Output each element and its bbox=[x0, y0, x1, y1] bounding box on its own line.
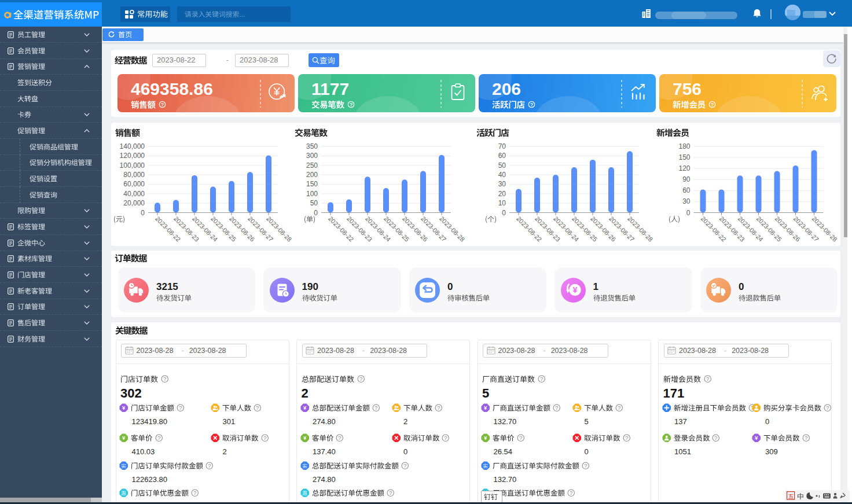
svg-text:10: 10 bbox=[498, 199, 506, 207]
svg-text:?: ? bbox=[530, 101, 534, 108]
svg-text:?: ? bbox=[338, 435, 341, 441]
svg-text:?: ? bbox=[157, 435, 161, 441]
svg-text:?: ? bbox=[540, 376, 543, 382]
svg-text:?: ? bbox=[350, 101, 353, 108]
svg-text:?: ? bbox=[389, 490, 392, 496]
svg-text:?: ? bbox=[263, 435, 267, 441]
svg-text:30: 30 bbox=[498, 180, 506, 188]
svg-text:350: 350 bbox=[306, 142, 318, 150]
svg-text:?: ? bbox=[256, 404, 259, 411]
svg-text:?: ? bbox=[714, 435, 718, 441]
svg-text:200: 200 bbox=[306, 171, 318, 179]
svg-text:¥: ¥ bbox=[303, 435, 307, 441]
svg-text:50: 50 bbox=[498, 161, 506, 170]
svg-text:60: 60 bbox=[498, 152, 506, 160]
svg-text:?: ? bbox=[625, 435, 629, 441]
svg-text:¥: ¥ bbox=[303, 405, 307, 411]
svg-text:20: 20 bbox=[498, 190, 506, 198]
svg-text:?: ? bbox=[584, 462, 587, 469]
svg-text:?: ? bbox=[555, 404, 559, 411]
svg-text:¥: ¥ bbox=[484, 435, 487, 441]
svg-text:?: ? bbox=[711, 101, 714, 108]
svg-text:0: 0 bbox=[141, 209, 145, 217]
svg-text:?: ? bbox=[805, 435, 808, 441]
svg-text:?: ? bbox=[826, 404, 829, 411]
svg-text:?: ? bbox=[179, 404, 182, 411]
svg-text:?: ? bbox=[374, 404, 378, 411]
svg-text:250: 250 bbox=[306, 161, 318, 170]
svg-text:¥: ¥ bbox=[122, 405, 126, 411]
svg-text:?: ? bbox=[359, 376, 363, 382]
svg-text:100: 100 bbox=[306, 190, 318, 198]
svg-text:0: 0 bbox=[686, 209, 691, 217]
svg-text:100,000: 100,000 bbox=[120, 161, 145, 170]
svg-text:60,000: 60,000 bbox=[123, 180, 145, 188]
svg-text:150: 150 bbox=[306, 180, 318, 188]
svg-text:¥: ¥ bbox=[755, 435, 758, 441]
svg-text:90: 90 bbox=[682, 175, 691, 183]
svg-text:60: 60 bbox=[682, 186, 691, 194]
svg-text:40: 40 bbox=[498, 171, 506, 179]
svg-text:140,000: 140,000 bbox=[120, 142, 145, 150]
svg-text:300: 300 bbox=[306, 152, 318, 160]
svg-text:?: ? bbox=[163, 376, 167, 382]
svg-text:?: ? bbox=[161, 101, 164, 108]
svg-text:?: ? bbox=[570, 490, 573, 496]
svg-text:0: 0 bbox=[314, 209, 318, 217]
svg-text:120: 120 bbox=[678, 164, 690, 172]
svg-text:?: ? bbox=[519, 435, 523, 441]
svg-text:0: 0 bbox=[502, 209, 506, 217]
svg-text:¥: ¥ bbox=[572, 285, 577, 295]
svg-text:?: ? bbox=[208, 462, 211, 469]
svg-text:180: 180 bbox=[678, 142, 690, 150]
svg-text:?: ? bbox=[618, 404, 621, 411]
svg-text:?: ? bbox=[437, 404, 440, 411]
svg-text:40,000: 40,000 bbox=[123, 190, 145, 198]
svg-text:20,000: 20,000 bbox=[123, 199, 145, 207]
svg-text:¥: ¥ bbox=[484, 405, 487, 411]
svg-text:150: 150 bbox=[678, 153, 690, 161]
svg-text:?: ? bbox=[706, 376, 710, 382]
svg-text:?: ? bbox=[403, 462, 407, 469]
svg-text:70: 70 bbox=[498, 142, 506, 150]
svg-text:30: 30 bbox=[682, 197, 691, 205]
svg-text:?: ? bbox=[193, 490, 197, 496]
svg-text:¥: ¥ bbox=[122, 435, 126, 441]
svg-text:80,000: 80,000 bbox=[123, 171, 145, 179]
svg-text:120,000: 120,000 bbox=[120, 152, 145, 160]
svg-text:50: 50 bbox=[310, 199, 318, 207]
svg-text:?: ? bbox=[444, 435, 447, 441]
